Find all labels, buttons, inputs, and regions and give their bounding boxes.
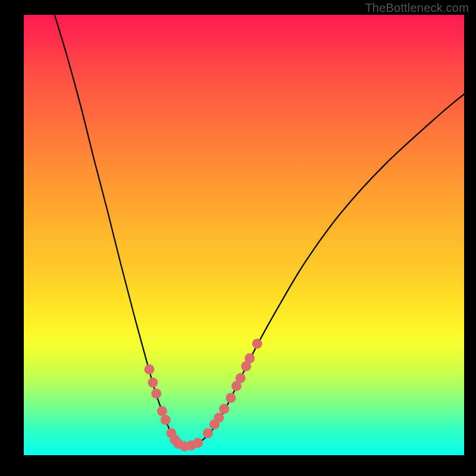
marker-point xyxy=(236,373,246,383)
curve-markers xyxy=(144,339,262,451)
marker-point xyxy=(144,364,154,374)
marker-point xyxy=(226,393,236,403)
marker-point xyxy=(219,404,229,414)
plot-area xyxy=(24,15,464,455)
bottleneck-curve xyxy=(55,15,464,447)
marker-point xyxy=(245,353,255,364)
marker-point xyxy=(157,406,167,416)
marker-point xyxy=(203,428,213,439)
marker-point xyxy=(148,377,158,387)
marker-point xyxy=(161,415,171,425)
marker-point xyxy=(252,339,262,349)
curve-svg xyxy=(24,15,464,455)
watermark-text: TheBottleneck.com xyxy=(365,1,469,15)
marker-point xyxy=(214,413,224,423)
marker-point xyxy=(193,438,203,448)
chart-frame: TheBottleneck.com xyxy=(0,0,476,476)
marker-point xyxy=(151,389,161,399)
